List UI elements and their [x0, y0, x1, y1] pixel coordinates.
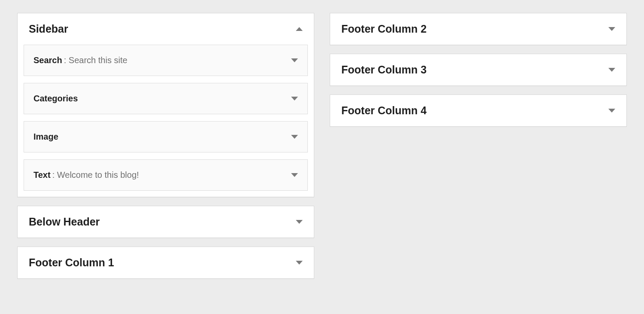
widget-label-wrapper: Search: Search this site [33, 55, 128, 65]
panel-below-header-header[interactable]: Below Header [18, 206, 314, 238]
widget-label-wrapper: Categories [33, 94, 79, 104]
chevron-down-icon [608, 27, 615, 31]
chevron-down-icon [608, 109, 615, 113]
panel-below-header: Below Header [17, 206, 314, 238]
panel-footer-column-4-header[interactable]: Footer Column 4 [330, 95, 626, 126]
widget-text-desc: : Welcome to this blog! [52, 170, 139, 180]
panel-below-header-title: Below Header [29, 216, 100, 228]
chevron-down-icon [296, 220, 303, 224]
widget-categories-label: Categories [33, 94, 78, 103]
panel-sidebar-header[interactable]: Sidebar [18, 13, 314, 45]
left-column: Sidebar Search: Search this site Categor… [17, 13, 314, 279]
chevron-down-icon [291, 58, 298, 62]
widget-image-label: Image [33, 132, 58, 141]
panel-footer-column-2: Footer Column 2 [330, 13, 627, 45]
panel-footer-column-2-header[interactable]: Footer Column 2 [330, 13, 626, 45]
panel-footer-column-4-title: Footer Column 4 [341, 104, 427, 117]
panel-footer-column-3-header[interactable]: Footer Column 3 [330, 54, 626, 85]
widget-text-label: Text [33, 170, 51, 180]
panel-sidebar-body: Search: Search this site Categories Imag… [18, 45, 314, 197]
panel-sidebar: Sidebar Search: Search this site Categor… [17, 13, 314, 197]
panel-footer-column-3-title: Footer Column 3 [341, 64, 427, 76]
chevron-down-icon [608, 68, 615, 72]
widget-search-desc: : Search this site [64, 55, 128, 65]
panel-footer-column-2-title: Footer Column 2 [341, 23, 427, 35]
chevron-down-icon [291, 97, 298, 101]
widget-search[interactable]: Search: Search this site [24, 45, 308, 76]
panel-footer-column-1-header[interactable]: Footer Column 1 [18, 247, 314, 278]
panel-footer-column-4: Footer Column 4 [330, 95, 627, 127]
panel-footer-column-1: Footer Column 1 [17, 247, 314, 279]
chevron-down-icon [291, 173, 298, 177]
chevron-down-icon [296, 261, 303, 265]
panel-sidebar-title: Sidebar [29, 23, 68, 35]
widget-text[interactable]: Text: Welcome to this blog! [24, 159, 308, 191]
widget-areas-layout: Sidebar Search: Search this site Categor… [17, 13, 627, 279]
widget-label-wrapper: Image [33, 132, 60, 142]
panel-footer-column-3: Footer Column 3 [330, 54, 627, 86]
widget-search-label: Search [33, 55, 62, 65]
widget-image[interactable]: Image [24, 121, 308, 152]
chevron-down-icon [291, 135, 298, 139]
widget-label-wrapper: Text: Welcome to this blog! [33, 170, 139, 180]
chevron-up-icon [296, 27, 303, 31]
widget-categories[interactable]: Categories [24, 83, 308, 114]
panel-footer-column-1-title: Footer Column 1 [29, 256, 114, 269]
right-column: Footer Column 2 Footer Column 3 Footer C… [330, 13, 627, 279]
